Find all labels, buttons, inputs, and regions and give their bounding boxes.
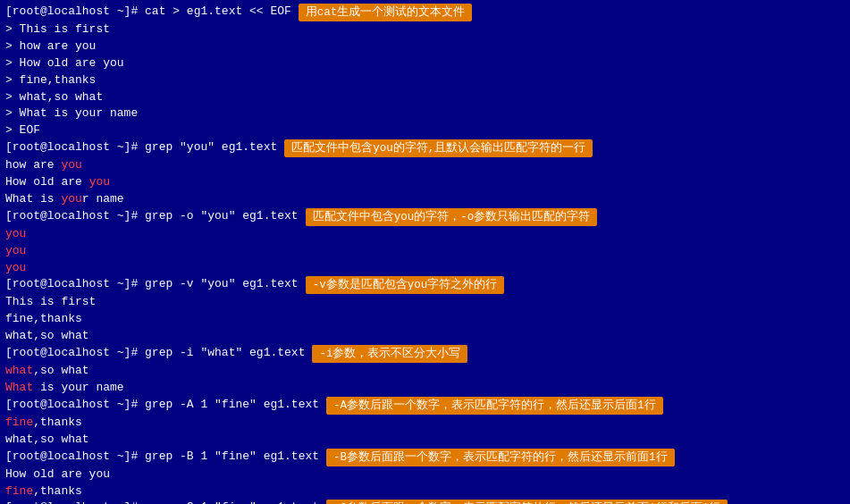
annotation-5: -i参数，表示不区分大小写: [312, 345, 467, 363]
command-line-3: [root@localhost ~]# grep -o "you" eg1.te…: [5, 208, 845, 226]
command-text: grep -i "what" eg1.text: [145, 345, 305, 362]
highlighted-text: you: [89, 174, 110, 191]
output-text: How old are you: [5, 466, 110, 483]
annotation-1: 用cat生成一个测试的文本文件: [299, 4, 473, 21]
highlighted-text: What: [5, 380, 33, 397]
output-text: ,so what: [33, 363, 88, 380]
command-line-6: [root@localhost ~]# grep -A 1 "fine" eg1…: [5, 397, 845, 415]
annotation-4: -v参数是匹配包含you字符之外的行: [306, 276, 505, 294]
command-text: grep -v "you" eg1.text: [145, 276, 299, 293]
prompt: [root@localhost ~]#: [5, 345, 145, 362]
annotation-2: 匹配文件中包含you的字符,且默认会输出匹配字符的一行: [284, 139, 593, 157]
output-text: ,thanks: [33, 415, 82, 432]
output-line: how are you: [5, 157, 845, 174]
output-text: you: [5, 260, 26, 277]
output-text: > How old are you: [5, 55, 124, 72]
annotation-6: -A参数后跟一个数字，表示匹配字符的行，然后还显示后面1行: [326, 397, 663, 415]
command-text: grep "you" eg1.text: [145, 139, 277, 156]
heredoc-line: > EOF: [5, 122, 845, 139]
output-text: r name: [82, 191, 124, 208]
output-line: you: [5, 243, 845, 260]
command-line-1: [root@localhost ~]# cat > eg1.text << EO…: [5, 4, 845, 21]
prompt: [root@localhost ~]#: [5, 500, 145, 504]
output-text: > EOF: [5, 122, 40, 139]
command-line-7: [root@localhost ~]# grep -B 1 "fine" eg1…: [5, 449, 845, 466]
output-line: How old are you: [5, 466, 845, 483]
command-text: grep -C 1 "fine" eg1.text: [145, 500, 319, 504]
output-line: fine,thanks: [5, 415, 845, 432]
heredoc-line: > This is first: [5, 21, 845, 38]
output-text: you: [5, 243, 26, 260]
highlighted-text: fine: [5, 483, 33, 500]
heredoc-line: > fine,thanks: [5, 72, 845, 89]
output-text: > This is first: [5, 21, 110, 38]
output-line: what,so what: [5, 363, 845, 380]
heredoc-line: > what,so what: [5, 89, 845, 106]
output-text: ,thanks: [33, 483, 82, 500]
output-text: How old are: [5, 174, 89, 191]
output-line: How old are you: [5, 174, 845, 191]
command-text: grep -A 1 "fine" eg1.text: [145, 397, 319, 414]
output-text: > fine,thanks: [5, 72, 96, 89]
output-line: you: [5, 260, 845, 277]
command-line-8: [root@localhost ~]# grep -C 1 "fine" eg1…: [5, 500, 845, 504]
command-text: cat > eg1.text << EOF: [145, 4, 291, 21]
annotation-7: -B参数后面跟一个数字，表示匹配字符的行，然后还显示前面1行: [326, 449, 675, 466]
heredoc-line: > How old are you: [5, 55, 845, 72]
command-line-5: [root@localhost ~]# grep -i "what" eg1.t…: [5, 345, 845, 363]
terminal-window: [root@localhost ~]# cat > eg1.text << EO…: [0, 0, 850, 504]
command-line-4: [root@localhost ~]# grep -v "you" eg1.te…: [5, 276, 845, 294]
output-text: fine,thanks: [5, 311, 82, 328]
heredoc-line: > how are you: [5, 38, 845, 55]
highlighted-text: fine: [5, 415, 33, 432]
prompt: [root@localhost ~]#: [5, 449, 145, 466]
output-text: what,so what: [5, 432, 89, 449]
prompt: [root@localhost ~]#: [5, 397, 145, 414]
annotation-8: -C参数后面跟一个数字，表示匹配字符的行，然后还显示前面1行和后面1行: [326, 500, 728, 504]
output-text: what,so what: [5, 328, 89, 345]
output-line: you: [5, 226, 845, 243]
prompt: [root@localhost ~]#: [5, 4, 145, 21]
highlighted-text: you: [61, 191, 81, 208]
output-line: What is your name: [5, 191, 845, 208]
output-text: > what,so what: [5, 89, 103, 106]
output-line: What is your name: [5, 380, 845, 397]
prompt: [root@localhost ~]#: [5, 208, 145, 225]
command-line-2: [root@localhost ~]# grep "you" eg1.text …: [5, 139, 845, 157]
command-text: grep -o "you" eg1.text: [145, 208, 299, 225]
highlighted-text: what: [5, 363, 33, 380]
highlighted-text: you: [61, 157, 81, 174]
output-text: > how are you: [5, 38, 96, 55]
output-text: is your name: [33, 380, 123, 397]
command-text: grep -B 1 "fine" eg1.text: [145, 449, 319, 466]
output-line: fine,thanks: [5, 311, 845, 328]
heredoc-line: > What is your name: [5, 105, 845, 122]
output-line: what,so what: [5, 328, 845, 345]
output-line: This is first: [5, 294, 845, 311]
annotation-3: 匹配文件中包含you的字符，-o参数只输出匹配的字符: [306, 208, 598, 226]
output-text: What is: [5, 191, 61, 208]
output-text: This is first: [5, 294, 96, 311]
output-line: what,so what: [5, 432, 845, 449]
output-text: > What is your name: [5, 105, 138, 122]
output-line: fine,thanks: [5, 483, 845, 500]
prompt: [root@localhost ~]#: [5, 276, 145, 293]
output-text: you: [5, 226, 26, 243]
output-text: how are: [5, 157, 61, 174]
prompt: [root@localhost ~]#: [5, 139, 145, 156]
